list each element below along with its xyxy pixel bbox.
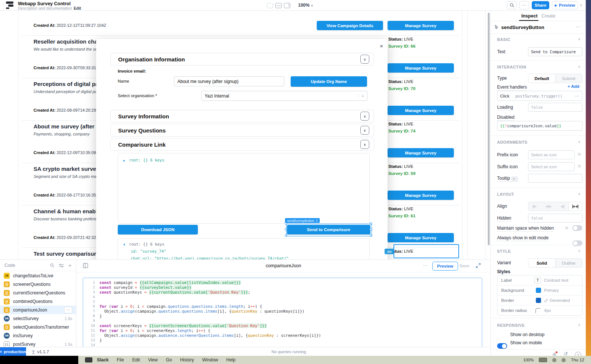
tooltip-input[interactable] <box>528 174 582 183</box>
item-menu-button[interactable]: ⋯ <box>64 307 72 313</box>
suffix-icon-select[interactable]: Select an icon <box>528 162 575 171</box>
save-button[interactable]: Save <box>459 264 470 268</box>
chevron-up-icon[interactable]: ∧ <box>578 323 581 327</box>
canvas-size-mobile-icon[interactable] <box>284 3 290 8</box>
view-campaign-details-button[interactable]: View Campaign Details <box>317 21 383 30</box>
chevron-up-icon[interactable]: ∧ <box>578 192 581 196</box>
sidebar-item-selectQuestionsTransformer[interactable]: {}selectQuestionsTransformer <box>0 323 76 331</box>
close-icon[interactable]: × <box>380 43 383 49</box>
code-line[interactable]: 4 <box>83 295 482 300</box>
event-menu-icon[interactable]: ⋯ <box>575 93 579 99</box>
code-line[interactable]: 8} <box>83 314 482 319</box>
download-json-button[interactable]: Download JSON <box>118 225 198 234</box>
align-end-icon[interactable] <box>555 202 569 211</box>
section-adornments[interactable]: ADORNMENTS <box>497 140 527 144</box>
menubar-item-go[interactable]: Go <box>166 357 172 363</box>
section-responsive[interactable]: RESPONSIVE <box>497 323 525 328</box>
add-event-handler-button[interactable]: + Add <box>568 84 579 89</box>
style-row-background[interactable]: Background Primary <box>497 285 582 295</box>
chevron-down-icon[interactable]: ∨ <box>360 112 369 121</box>
manage-survey-button[interactable]: Manage Survey <box>388 191 454 200</box>
run-preview-button[interactable]: Preview <box>432 262 458 271</box>
tree-collapse-icon[interactable]: ▼ <box>123 243 125 246</box>
code-line[interactable]: 13} <box>83 338 482 343</box>
fx-icon[interactable]: fx <box>565 226 568 230</box>
tab-inspect[interactable]: Inspect <box>521 13 538 19</box>
align-stretch-icon[interactable] <box>569 202 582 211</box>
chevron-up-icon[interactable]: ∧ <box>578 249 581 253</box>
control-center-icon[interactable] <box>552 358 556 362</box>
preview-button[interactable]: ▶Preview <box>552 1 578 9</box>
sidebar-item-insSurvey[interactable]: DBinsSurvey <box>0 331 76 340</box>
sidebar-item-currentScreenerQuestions[interactable]: {}currentScreenerQuestions <box>0 288 76 297</box>
section-comparisure-link[interactable]: Comparisure Link ∧ <box>110 138 374 151</box>
widget-menu-button[interactable]: ⋯ <box>576 24 581 29</box>
sidebar-item-combinedQuestions[interactable]: {}combinedQuestions <box>0 297 76 306</box>
code-line[interactable]: 5 <box>83 300 482 304</box>
org-name-input[interactable]: About me survey (after signup) <box>174 76 284 86</box>
chevron-down-icon[interactable]: ∨ <box>360 55 369 64</box>
filter-icon[interactable] <box>59 264 64 268</box>
code-line[interactable]: 2const surveyId = {{surveySelect.value}} <box>83 285 482 290</box>
sidebar-item-changeStatusToLive[interactable]: JSchangeStatusToLive <box>0 271 76 280</box>
variant-outline[interactable]: Outline <box>555 259 582 267</box>
section-interaction[interactable]: INTERACTION <box>497 65 526 69</box>
align-segmented-control[interactable] <box>528 202 582 211</box>
fx-icon[interactable]: fx <box>578 164 581 168</box>
section-style[interactable]: STYLE <box>497 249 511 253</box>
drag-handle-icon[interactable]: ⣿ <box>316 219 318 222</box>
code-line[interactable]: 3const questionKeys = {{currentQuestions… <box>83 290 482 295</box>
section-organisation-information[interactable]: Organisation Information ∨ <box>110 53 374 66</box>
code-line[interactable]: 11for (var i = 0; i < screenerKeys.lengt… <box>83 328 482 333</box>
menubar-clock[interactable]: Thu 12 <box>571 358 584 362</box>
menubar-item-file[interactable]: File <box>117 357 124 363</box>
section-survey-information[interactable]: Survey Information ∨ <box>110 110 374 122</box>
search-button[interactable] <box>507 1 517 9</box>
json-viewer-collapsed[interactable]: ▶ root: {} 6 keys <box>118 153 370 224</box>
style-row-border-radius[interactable]: Border radius 4px <box>497 305 582 315</box>
code-line[interactable]: 1const campaign = {{allCampaigns.value[l… <box>83 280 482 285</box>
code-line[interactable]: 9 <box>83 319 482 323</box>
edit-link[interactable]: Edit <box>74 6 81 10</box>
manage-survey-button[interactable]: Manage Survey <box>388 21 454 30</box>
menubar-item-edit[interactable]: Edit <box>132 357 140 363</box>
variant-segmented-control[interactable]: Solid Outline <box>528 258 582 268</box>
preview-dropdown-chevron-icon[interactable]: ∨ <box>580 3 582 7</box>
tree-expand-icon[interactable]: ▶ <box>123 159 125 162</box>
sidebar-item-screenerQuestions[interactable]: {}screenerQuestions <box>0 280 76 288</box>
search-spotlight-icon[interactable] <box>562 358 566 362</box>
selected-widget-chip[interactable]: sendSurveyButton ⣿ <box>285 218 320 223</box>
code-line[interactable]: 10const screenerKeys = {{currentScreener… <box>83 323 482 328</box>
menubar-item-window[interactable]: Window <box>202 357 218 363</box>
menubar-item-history[interactable]: History <box>180 357 194 363</box>
code-line[interactable]: 7 Object.assign(campaign.questions.quest… <box>83 309 482 314</box>
section-survey-questions[interactable]: Survey Questions ∨ <box>110 124 374 137</box>
loading-input[interactable]: false <box>528 103 582 112</box>
style-row-label[interactable]: Label T Contrast text <box>497 275 582 285</box>
chevron-up-icon[interactable]: ∧ <box>360 140 369 149</box>
toggle-sidebar-icon[interactable] <box>83 263 88 268</box>
menubar-item-view[interactable]: View <box>148 357 158 363</box>
widget-selection-box[interactable] <box>286 224 372 236</box>
section-layout[interactable]: LAYOUT <box>497 192 514 197</box>
prefix-icon-select[interactable]: Select an icon <box>528 150 575 159</box>
add-icon[interactable]: + <box>68 264 72 267</box>
expand-icon[interactable] <box>476 263 481 269</box>
align-center-icon[interactable] <box>542 202 555 211</box>
manage-survey-button[interactable]: Manage Survey <box>388 148 454 157</box>
organisation-select[interactable]: Yazi Internal ∨ <box>201 91 367 101</box>
style-row-border[interactable]: Border Generated <box>497 295 582 305</box>
hidden-input[interactable]: false <box>528 214 582 223</box>
type-option-submit[interactable]: Submit <box>555 74 582 83</box>
align-start-icon[interactable] <box>528 202 542 211</box>
show-on-desktop-toggle[interactable] <box>497 343 507 349</box>
menubar-item-help[interactable]: Help <box>226 357 236 363</box>
section-basic[interactable]: BASIC <box>497 37 511 42</box>
more-options-button[interactable]: ⋯ <box>519 1 529 9</box>
type-option-default[interactable]: Default <box>528 74 555 83</box>
chevron-up-icon[interactable]: ∧ <box>578 37 581 41</box>
code-line[interactable]: 12 Object.assign(campaign.audience.scree… <box>83 333 482 338</box>
search-icon[interactable] <box>50 263 54 268</box>
manage-survey-button[interactable]: Manage Survey <box>388 106 454 115</box>
sidebar-item-selectSurvey[interactable]: DBselectSurvey1.8s <box>0 314 76 323</box>
